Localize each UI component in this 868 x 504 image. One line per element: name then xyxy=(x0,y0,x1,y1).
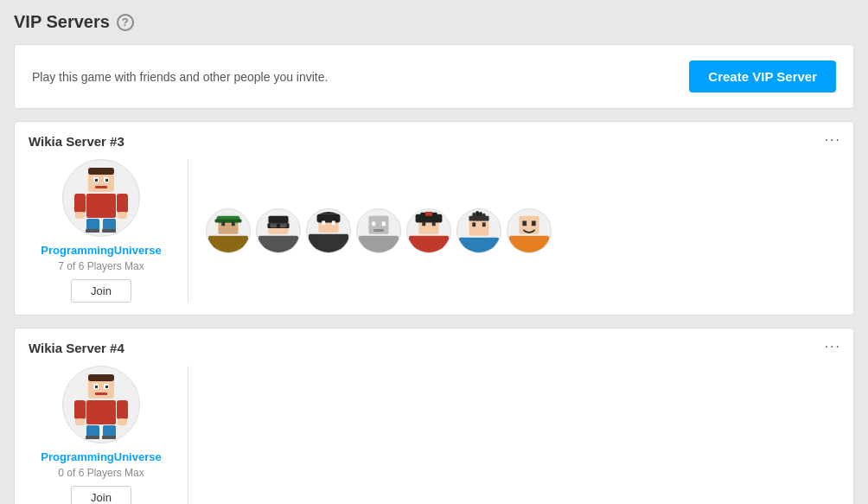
svg-rect-9 xyxy=(117,194,128,213)
help-icon[interactable]: ? xyxy=(117,14,134,31)
svg-rect-74 xyxy=(522,220,527,226)
svg-rect-37 xyxy=(322,220,325,225)
svg-rect-30 xyxy=(280,224,287,227)
svg-rect-41 xyxy=(340,234,348,249)
page-title: VIP Servers xyxy=(14,12,110,32)
svg-rect-85 xyxy=(95,392,107,395)
svg-rect-83 xyxy=(95,386,98,388)
server-4-join-button[interactable]: Join xyxy=(71,486,131,504)
svg-rect-94 xyxy=(102,436,116,439)
player-avatar xyxy=(256,208,301,253)
svg-rect-73 xyxy=(519,216,539,234)
svg-rect-88 xyxy=(117,400,128,419)
player-avatar xyxy=(507,208,552,253)
svg-rect-22 xyxy=(214,236,244,252)
svg-rect-68 xyxy=(482,222,486,226)
svg-rect-58 xyxy=(409,236,418,249)
svg-rect-56 xyxy=(432,221,436,226)
svg-rect-1 xyxy=(88,168,114,175)
svg-rect-31 xyxy=(264,236,294,252)
svg-rect-76 xyxy=(514,236,545,252)
svg-rect-23 xyxy=(208,236,217,249)
svg-rect-10 xyxy=(75,212,85,219)
server-card-3-body: ProgrammingUniverse 7 of 6 Players Max J… xyxy=(29,159,839,303)
svg-rect-5 xyxy=(105,179,108,182)
svg-rect-20 xyxy=(221,221,225,226)
svg-rect-49 xyxy=(390,236,399,249)
player-avatar xyxy=(456,208,501,253)
svg-rect-55 xyxy=(422,221,425,226)
server-card-3: Wikia Server #3 ··· xyxy=(14,121,854,316)
svg-rect-8 xyxy=(74,194,86,213)
svg-rect-54 xyxy=(425,212,432,216)
svg-rect-4 xyxy=(95,179,98,182)
svg-rect-90 xyxy=(118,418,127,425)
svg-rect-14 xyxy=(86,229,99,233)
server-3-owner-col: ProgrammingUniverse 7 of 6 Players Max J… xyxy=(29,159,188,303)
svg-rect-71 xyxy=(490,238,499,249)
server-4-owner-col: ProgrammingUniverse 0 of 6 Players Max J… xyxy=(29,366,188,504)
svg-rect-45 xyxy=(382,221,386,226)
svg-rect-75 xyxy=(532,220,536,226)
server-card-4-body: ProgrammingUniverse 0 of 6 Players Max J… xyxy=(29,366,839,504)
server-3-players-text: 7 of 6 Players Max xyxy=(58,260,144,272)
svg-rect-47 xyxy=(364,236,394,252)
svg-rect-38 xyxy=(332,220,335,225)
player-avatar xyxy=(356,208,401,253)
svg-rect-84 xyxy=(105,386,108,388)
svg-rect-67 xyxy=(472,222,475,226)
svg-rect-40 xyxy=(309,234,317,249)
create-vip-server-button[interactable]: Create VIP Server xyxy=(689,61,836,93)
svg-rect-29 xyxy=(270,224,277,227)
server-4-players-text: 0 of 6 Players Max xyxy=(58,467,144,479)
svg-rect-77 xyxy=(509,236,518,249)
player-avatar xyxy=(206,208,251,253)
server-3-more-options[interactable]: ··· xyxy=(825,132,841,148)
player-avatar xyxy=(306,208,351,253)
svg-rect-69 xyxy=(464,238,495,252)
svg-rect-19 xyxy=(215,220,242,223)
svg-rect-21 xyxy=(232,221,235,226)
svg-rect-87 xyxy=(74,400,86,419)
server-4-owner-name[interactable]: ProgrammingUniverse xyxy=(41,450,161,463)
server-3-owner-avatar xyxy=(62,159,140,237)
svg-rect-70 xyxy=(459,238,468,249)
page-container: VIP Servers ? Play this game with friend… xyxy=(0,0,868,504)
svg-rect-44 xyxy=(372,221,375,226)
svg-rect-39 xyxy=(314,234,344,252)
server-card-4-title: Wikia Server #4 xyxy=(29,341,839,355)
info-bar-text: Play this game with friends and other pe… xyxy=(32,70,328,84)
server-4-owner-avatar xyxy=(62,366,140,443)
server-card-4: Wikia Server #4 ··· xyxy=(14,328,854,504)
svg-rect-11 xyxy=(118,212,127,219)
svg-rect-36 xyxy=(317,214,341,223)
server-3-owner-name[interactable]: ProgrammingUniverse xyxy=(41,244,161,257)
server-4-players-col xyxy=(188,366,206,504)
svg-rect-46 xyxy=(373,229,384,232)
svg-rect-7 xyxy=(86,194,116,218)
svg-rect-15 xyxy=(102,229,116,233)
svg-rect-89 xyxy=(75,418,85,425)
svg-rect-78 xyxy=(540,236,549,249)
svg-rect-48 xyxy=(359,236,367,249)
server-card-3-title: Wikia Server #3 xyxy=(29,134,839,149)
svg-rect-6 xyxy=(95,186,107,188)
svg-rect-24 xyxy=(239,236,248,249)
svg-rect-86 xyxy=(86,400,116,424)
svg-rect-27 xyxy=(268,216,288,224)
svg-rect-32 xyxy=(258,236,267,249)
server-3-join-button[interactable]: Join xyxy=(71,279,131,303)
svg-rect-57 xyxy=(414,236,444,252)
svg-rect-66 xyxy=(469,216,488,221)
title-row: VIP Servers ? xyxy=(14,12,854,32)
svg-rect-33 xyxy=(290,236,298,249)
server-4-more-options[interactable]: ··· xyxy=(825,339,841,354)
svg-rect-80 xyxy=(88,374,114,381)
player-avatar xyxy=(406,208,451,253)
info-bar: Play this game with friends and other pe… xyxy=(14,44,854,109)
svg-rect-59 xyxy=(440,236,449,249)
svg-rect-93 xyxy=(86,436,99,439)
server-3-players-col xyxy=(188,159,552,303)
